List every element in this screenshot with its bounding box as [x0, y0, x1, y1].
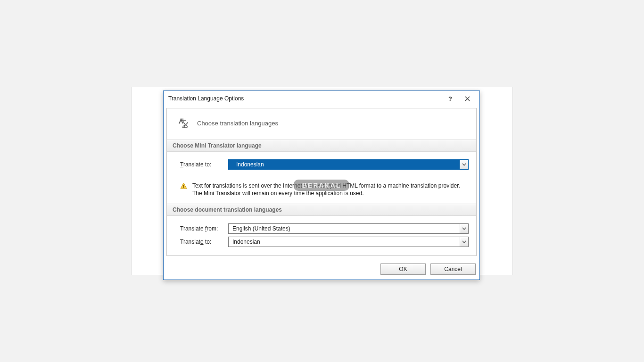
dialog-heading: Choose translation languages: [197, 120, 278, 127]
dialog-panel: Choose translation languages Choose Mini…: [166, 108, 477, 256]
section-mini-translator-title: Choose Mini Translator language: [167, 140, 476, 152]
doc-translate-to-combo[interactable]: Indonesian: [228, 237, 469, 247]
chevron-down-icon: [460, 237, 468, 247]
section-mini-translator-body: Translate to: Indonesian: [167, 152, 476, 178]
doc-to-label-prefix: Translat: [180, 239, 200, 245]
section-document-translation-body: Translate from: English (United States) …: [167, 216, 476, 255]
translate-icon: [175, 115, 191, 131]
mini-translate-to-label: Translate to:: [180, 161, 223, 168]
dialog-titlebar: Translation Language Options ?: [164, 91, 479, 106]
chevron-down-icon: [460, 224, 468, 233]
ok-button[interactable]: OK: [380, 263, 426, 275]
close-button[interactable]: [459, 92, 476, 105]
warning-row: Text for translations is sent over the I…: [167, 178, 476, 204]
doc-translate-to-value: Indonesian: [229, 237, 460, 247]
dialog-button-row: OK Cancel: [164, 260, 479, 280]
doc-from-label-rest: rom:: [206, 225, 218, 232]
dialog-title: Translation Language Options: [168, 95, 442, 102]
section-document-translation-title: Choose document translation languages: [167, 204, 476, 216]
translation-options-dialog: Translation Language Options ?: [163, 90, 480, 280]
mini-translate-to-label-text: ranslate to:: [183, 161, 211, 168]
mini-translate-to-accelerator: T: [180, 161, 183, 168]
svg-rect-0: [183, 185, 184, 187]
mini-translate-to-row: Translate to: Indonesian: [180, 159, 469, 170]
doc-to-label-accelerator: e: [200, 239, 204, 245]
doc-translate-from-value: English (United States): [229, 224, 460, 233]
doc-from-label-prefix: Translate: [180, 225, 205, 232]
close-icon: [465, 96, 470, 101]
warning-icon: [180, 182, 188, 197]
doc-translate-to-label: Translate to:: [180, 239, 223, 245]
warning-text: Text for translations is sent over the I…: [192, 182, 469, 197]
help-button[interactable]: ?: [442, 92, 459, 105]
mini-translate-to-value: Indonesian: [229, 160, 460, 169]
doc-translate-to-row: Translate to: Indonesian: [180, 237, 469, 247]
doc-to-label-rest: to:: [204, 239, 212, 245]
chevron-down-icon: [460, 160, 468, 169]
help-icon: ?: [448, 95, 452, 102]
svg-rect-1: [183, 187, 184, 188]
cancel-button[interactable]: Cancel: [430, 263, 476, 275]
doc-translate-from-combo[interactable]: English (United States): [228, 223, 469, 234]
doc-translate-from-row: Translate from: English (United States): [180, 223, 469, 234]
doc-translate-from-label: Translate from:: [180, 225, 223, 232]
mini-translate-to-combo[interactable]: Indonesian: [228, 159, 469, 170]
dialog-heading-row: Choose translation languages: [167, 108, 476, 140]
